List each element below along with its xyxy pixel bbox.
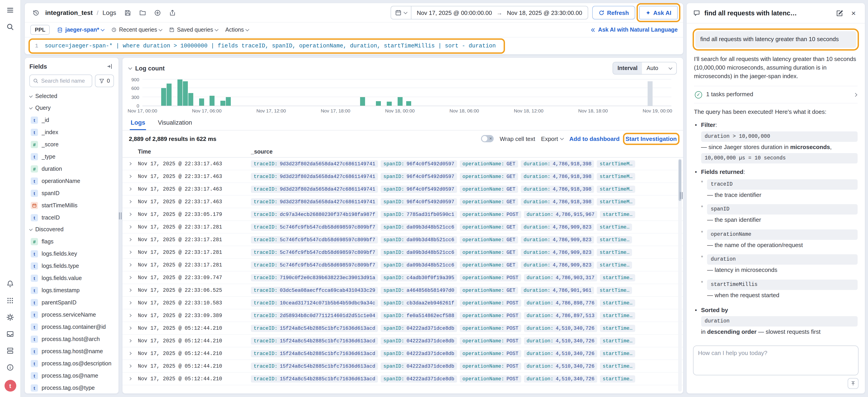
search-icon[interactable] xyxy=(6,23,14,31)
actions-menu[interactable]: Actions xyxy=(225,27,249,33)
date-to[interactable]: Nov 18, 2025 @ 23:30:00.00 xyxy=(507,9,582,16)
field-item[interactable]: t _type xyxy=(29,151,114,163)
notifications-icon[interactable] xyxy=(6,279,14,288)
histogram-bar[interactable] xyxy=(220,101,225,106)
table-row[interactable]: Nov 17, 2025 @ 22:33:17.281 traceID:5c74… xyxy=(123,233,683,246)
apps-icon[interactable] xyxy=(6,296,14,304)
export-menu[interactable]: Export xyxy=(541,135,563,142)
tab-logs[interactable]: Logs xyxy=(130,115,146,130)
date-from[interactable]: Nov 17, 2025 @ 00:00:00.00 xyxy=(417,9,492,16)
field-item[interactable]: # _score xyxy=(29,138,114,151)
field-item[interactable]: t logs.fields.type xyxy=(29,260,114,272)
field-item[interactable]: t process.tag.os@name xyxy=(29,369,114,382)
field-item[interactable]: t process.tag.container@id xyxy=(29,321,114,333)
field-item[interactable]: # flags xyxy=(29,235,114,247)
field-item[interactable]: t logs.timestamp xyxy=(29,284,114,296)
table-row[interactable]: Nov 17, 2025 @ 22:33:17.463 traceID:9d3d… xyxy=(123,170,683,183)
histogram-bar[interactable] xyxy=(406,101,411,106)
table-row[interactable]: Nov 17, 2025 @ 22:33:17.281 traceID:5c74… xyxy=(123,221,683,233)
close-panel-icon[interactable]: × xyxy=(848,8,859,18)
field-search-box[interactable] xyxy=(29,74,92,87)
expand-row-icon[interactable] xyxy=(129,175,138,177)
table-row[interactable]: Nov 17, 2025 @ 22:33:06.525 traceID:03dc… xyxy=(123,284,683,297)
collapse-chart-icon[interactable] xyxy=(128,66,132,70)
history-icon[interactable] xyxy=(30,7,41,18)
expand-row-icon[interactable] xyxy=(129,226,138,228)
tab-visualization[interactable]: Visualization xyxy=(157,115,193,130)
query-text[interactable]: source=jaeger-span-* | where duration > … xyxy=(45,43,496,49)
start-investigation-link[interactable]: Start Investigation xyxy=(625,135,677,142)
table-row[interactable]: Nov 17, 2025 @ 22:33:09.389 traceID:2d58… xyxy=(123,309,683,322)
inbox-icon[interactable] xyxy=(6,330,14,338)
field-item[interactable]: startTimeMillis xyxy=(29,199,114,211)
recent-queries-menu[interactable]: Recent queries xyxy=(112,27,162,33)
expand-row-icon[interactable] xyxy=(129,188,138,190)
field-item[interactable]: t _index xyxy=(29,126,114,138)
histogram-bar[interactable] xyxy=(188,93,193,106)
expand-row-icon[interactable] xyxy=(129,315,138,317)
field-item[interactable]: t process.tag.host@name xyxy=(29,345,114,357)
dataset-selector[interactable]: jaeger-span* xyxy=(57,27,104,33)
table-row[interactable]: Nov 17, 2025 @ 22:33:17.281 traceID:5c74… xyxy=(123,259,683,271)
field-item[interactable]: t logs.fields.value xyxy=(29,272,114,284)
tasks-performed-row[interactable]: ✓ 1 tasks performed xyxy=(694,86,858,104)
expand-row-icon[interactable] xyxy=(129,302,138,304)
expand-row-icon[interactable] xyxy=(129,377,138,380)
table-row[interactable]: Nov 17, 2025 @ 22:33:17.463 traceID:9d3d… xyxy=(123,158,683,170)
table-row[interactable]: Nov 17, 2025 @ 05:12:44.210 traceID:15f2… xyxy=(123,335,683,347)
expand-row-icon[interactable] xyxy=(129,264,138,266)
field-item[interactable]: t parentSpanID xyxy=(29,296,114,308)
field-item[interactable]: # duration xyxy=(29,163,114,175)
field-item[interactable]: t traceID xyxy=(29,211,114,224)
table-row[interactable]: Nov 17, 2025 @ 22:33:17.281 traceID:5c74… xyxy=(123,246,683,259)
table-row[interactable]: Nov 17, 2025 @ 22:33:05.179 traceID:dc97… xyxy=(123,208,683,221)
table-row[interactable]: Nov 17, 2025 @ 05:12:44.210 traceID:15f2… xyxy=(123,373,683,385)
field-section-header[interactable]: Discovered xyxy=(29,224,114,235)
field-item[interactable]: t process.tag.host@arch xyxy=(29,333,114,345)
density-toggle[interactable]: × xyxy=(481,135,494,142)
settings-icon[interactable] xyxy=(6,313,14,321)
menu-icon[interactable] xyxy=(6,6,14,14)
field-item[interactable]: t process.tag.os@type xyxy=(29,382,114,393)
field-search-input[interactable] xyxy=(41,78,89,84)
histogram-bar[interactable] xyxy=(376,101,381,106)
histogram-bar[interactable] xyxy=(397,97,402,106)
field-item[interactable]: t process.serviceName xyxy=(29,308,114,321)
histogram-bar[interactable] xyxy=(183,81,188,106)
column-header-time[interactable]: Time xyxy=(129,148,251,155)
expand-row-icon[interactable] xyxy=(129,201,138,203)
histogram-bar[interactable] xyxy=(210,96,215,106)
add-to-dashboard-link[interactable]: Add to dashboard xyxy=(569,135,620,142)
histogram-bar[interactable] xyxy=(387,101,392,106)
expand-row-icon[interactable] xyxy=(129,340,138,342)
histogram-bar[interactable] xyxy=(226,97,231,106)
scroll-to-top-button[interactable] xyxy=(848,378,859,389)
new-conversation-icon[interactable] xyxy=(835,8,844,18)
query-editor[interactable]: 1 source=jaeger-span-* | where duration … xyxy=(31,41,502,51)
ai-message-input[interactable] xyxy=(698,350,854,371)
expand-row-icon[interactable] xyxy=(129,352,138,355)
ask-ai-button[interactable]: ✦ Ask AI xyxy=(639,6,678,20)
table-row[interactable]: Nov 17, 2025 @ 05:12:44.210 traceID:15f2… xyxy=(123,360,683,373)
field-item[interactable]: t logs.fields.key xyxy=(29,247,114,260)
table-row[interactable]: Nov 17, 2025 @ 22:33:17.463 traceID:9d3d… xyxy=(123,183,683,196)
table-row[interactable]: Nov 17, 2025 @ 22:33:17.463 traceID:9d3d… xyxy=(123,196,683,208)
query-language-button[interactable]: PPL xyxy=(30,25,50,35)
table-row[interactable]: Nov 17, 2025 @ 22:33:09.747 traceID:7190… xyxy=(123,271,683,284)
collapse-panel-icon[interactable] xyxy=(106,62,114,70)
histogram-bar[interactable] xyxy=(647,81,652,106)
table-row[interactable]: Nov 17, 2025 @ 05:12:44.210 traceID:15f2… xyxy=(123,322,683,335)
panel-resize-handle[interactable] xyxy=(680,192,683,199)
expand-row-icon[interactable] xyxy=(129,213,138,216)
expand-row-icon[interactable] xyxy=(129,163,138,165)
wrap-cell-text-label[interactable]: Wrap cell text xyxy=(500,135,535,142)
field-item[interactable]: t operationName xyxy=(29,175,114,187)
expand-row-icon[interactable] xyxy=(129,327,138,329)
field-filter-button[interactable]: 0 xyxy=(95,74,114,87)
ai-input-box[interactable] xyxy=(693,345,859,375)
field-item[interactable]: t spanID xyxy=(29,187,114,199)
field-item[interactable]: t _id xyxy=(29,114,114,126)
field-item[interactable]: t process.tag.os@description xyxy=(29,357,114,369)
table-row[interactable]: Nov 17, 2025 @ 22:33:10.583 traceID:10ce… xyxy=(123,297,683,309)
breadcrumb-app[interactable]: integration_test xyxy=(45,9,93,16)
